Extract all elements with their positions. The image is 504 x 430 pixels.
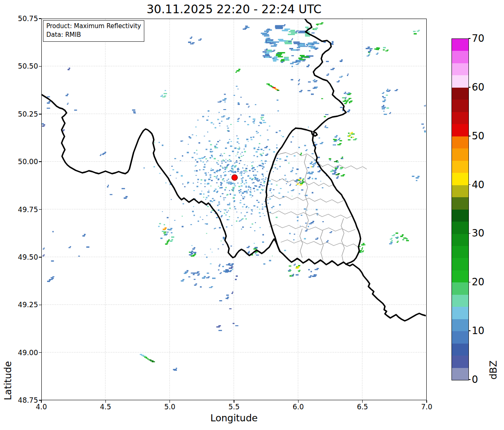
y-tick-label: 50.75 (18, 14, 38, 23)
y-tick-mark (39, 18, 41, 19)
y-tick-mark (39, 352, 41, 353)
y-tick-mark (39, 209, 41, 210)
colorbar-segment (452, 88, 468, 100)
colorbar-segment (452, 307, 468, 319)
colorbar-segment (452, 368, 468, 380)
colorbar-segment (452, 112, 468, 124)
colorbar-tick-mark (468, 379, 471, 380)
colorbar-tick-mark (468, 233, 471, 234)
y-tick-label: 49.75 (18, 205, 38, 214)
y-tick-mark (39, 400, 41, 401)
y-tick-label: 49.25 (18, 301, 38, 309)
colorbar-tick-label: 40 (472, 179, 485, 191)
y-tick-label: 48.75 (18, 396, 38, 404)
colorbar-segment (452, 173, 468, 185)
colorbar-tick-label: 10 (472, 325, 485, 337)
y-tick-mark (39, 161, 41, 162)
y-tick-label: 50.50 (18, 62, 38, 70)
district-borders (266, 152, 367, 263)
colorbar-tick-mark (468, 330, 471, 331)
x-tick-label: 5.0 (164, 403, 175, 411)
colorbar-segment (452, 75, 468, 87)
colorbar-segment (452, 246, 468, 258)
x-tick-label: 6.5 (357, 403, 368, 411)
colorbar-segment (452, 319, 468, 331)
colorbar-segment (452, 100, 468, 112)
colorbar-segment (452, 344, 468, 356)
colorbar-tick-mark (468, 38, 471, 39)
colorbar-tick-mark (468, 282, 471, 283)
colorbar-segment (452, 295, 468, 307)
data-source-line: Data: RMIB (46, 31, 141, 39)
x-tick-label: 7.0 (421, 403, 432, 411)
y-axis-label: Latitude (2, 19, 13, 400)
colorbar-segment (452, 210, 468, 222)
colorbar-segment (452, 136, 468, 148)
x-axis-label: Longitude (41, 413, 427, 423)
colorbar-tick-mark (468, 136, 471, 136)
grid-lines (42, 19, 426, 399)
y-tick-mark (39, 305, 41, 306)
colorbar-segment (452, 258, 468, 270)
colorbar (451, 38, 469, 380)
y-tick-label: 49.50 (18, 253, 38, 261)
colorbar-segment (452, 51, 468, 63)
echo-layer (42, 22, 426, 371)
y-tick-label: 50.00 (18, 158, 38, 166)
figure-title: 30.11.2025 22:20 - 22:24 UTC (41, 2, 427, 16)
colorbar-tick-label: 0 (472, 374, 478, 385)
colorbar-segment (452, 234, 468, 246)
y-tick-mark (39, 114, 41, 115)
product-line: Product: Maximum Reflectivity (46, 22, 141, 31)
x-tick-label: 6.0 (293, 403, 304, 411)
colorbar-segment (452, 282, 468, 294)
y-tick-mark (39, 257, 41, 258)
y-tick-label: 50.25 (18, 110, 38, 118)
colorbar-segment (452, 161, 468, 173)
colorbar-segment (452, 63, 468, 75)
colorbar-segment (452, 270, 468, 282)
map-canvas (42, 19, 426, 399)
colorbar-tick-label: 30 (472, 227, 485, 239)
radar-site-marker (232, 174, 237, 180)
y-tick-mark (39, 66, 41, 67)
x-tick-label: 4.5 (100, 403, 111, 411)
colorbar-segment (452, 222, 468, 234)
colorbar-tick-label: 50 (472, 130, 485, 142)
colorbar-tick-label: 60 (472, 81, 485, 93)
x-tick-label: 5.5 (228, 403, 239, 411)
colorbar-tick-label: 20 (472, 276, 485, 288)
colorbar-tick-mark (468, 184, 471, 185)
radar-figure: 30.11.2025 22:20 - 22:24 UTC Product: Ma… (0, 0, 504, 430)
y-tick-label: 49.00 (18, 349, 38, 357)
map-plot: Product: Maximum Reflectivity Data: RMIB (41, 19, 427, 400)
colorbar-tick-mark (468, 87, 471, 88)
colorbar-segment (452, 356, 468, 368)
colorbar-tick-label: 70 (472, 33, 485, 44)
product-annotation: Product: Maximum Reflectivity Data: RMIB (43, 20, 144, 42)
colorbar-segment (452, 148, 468, 160)
colorbar-segment (452, 124, 468, 136)
colorbar-segment (452, 185, 468, 197)
colorbar-segment (452, 331, 468, 343)
colorbar-segment (452, 197, 468, 209)
colorbar-unit-label: dBZ (488, 38, 499, 380)
colorbar-segment (452, 39, 468, 51)
